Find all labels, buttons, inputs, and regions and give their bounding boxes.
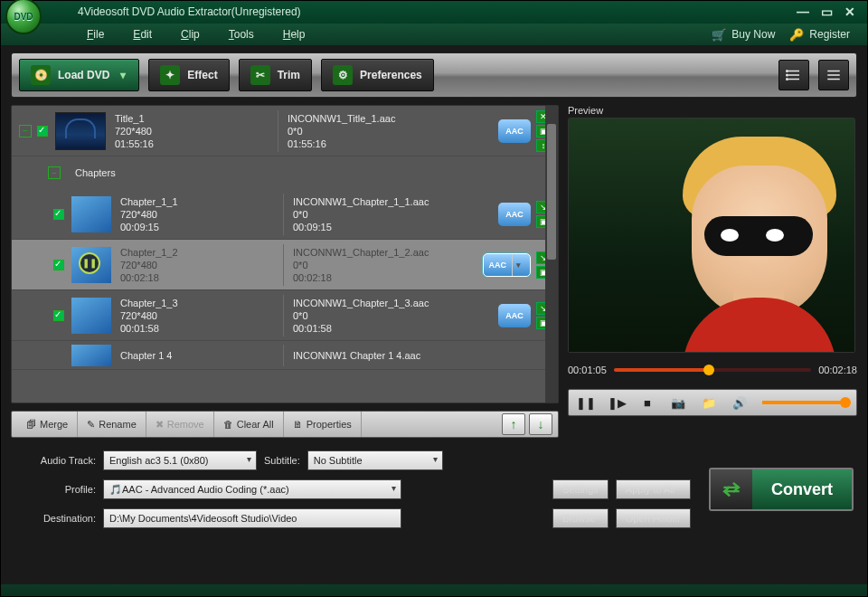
stop-button[interactable]: ■	[636, 393, 659, 412]
film-icon	[71, 298, 111, 334]
convert-button[interactable]: Convert	[709, 468, 854, 511]
profile-select[interactable]: 🎵 AAC - Advanced Audio Coding (*.aac)	[103, 479, 401, 499]
menu-help[interactable]: Help	[283, 28, 306, 41]
step-button[interactable]: ❚▶	[605, 393, 628, 412]
item-checkbox[interactable]	[53, 209, 64, 220]
item-out-res: 0*0	[293, 259, 447, 271]
film-icon: ❚❚	[71, 247, 111, 283]
open-snapshot-folder-button[interactable]: 📁	[697, 393, 721, 412]
title-res: 720*480	[115, 125, 269, 137]
chapters-header: − Chapters	[12, 156, 558, 189]
item-out-dur: 00:02:18	[293, 271, 447, 284]
load-dvd-button[interactable]: 📀 Load DVD ▾	[19, 59, 139, 91]
pause-button[interactable]: ❚❚	[574, 393, 598, 412]
item-format-dropdown[interactable]: AAC▾	[483, 253, 532, 277]
chapters-collapse-icon[interactable]: −	[48, 166, 61, 179]
title-out-name: INCONNW1_Title_1.aac	[288, 112, 441, 125]
cart-icon: 🛒	[712, 28, 726, 42]
register-link[interactable]: 🔑 Register	[789, 28, 850, 42]
effect-label: Effect	[187, 69, 217, 81]
item-out-dur: 00:01:58	[293, 322, 447, 335]
buy-now-link[interactable]: 🛒 Buy Now	[712, 28, 775, 42]
apply-all-button[interactable]: Apply to All	[616, 479, 691, 499]
convert-label: Convert	[771, 480, 833, 499]
item-res: 720*480	[120, 309, 274, 322]
title-thumbnail	[55, 112, 106, 150]
item-out-name: INCONNW1_Chapter_1_2.aac	[293, 246, 447, 259]
item-name: Chapter_1_2	[120, 246, 274, 259]
item-out-res: 0*0	[293, 309, 447, 322]
open-folder-button[interactable]: Open Folder	[616, 508, 691, 528]
pause-icon[interactable]: ❚❚	[79, 252, 100, 274]
menu-tools[interactable]: Tools	[229, 28, 254, 41]
audio-track-label: Audio Track:	[14, 455, 96, 466]
preferences-button[interactable]: ⚙ Preferences	[321, 59, 434, 91]
svg-point-5	[787, 79, 788, 81]
main-toolbar: 📀 Load DVD ▾ ✦ Effect ✂ Trim ⚙ Preferenc…	[11, 52, 857, 98]
effect-icon: ✦	[160, 65, 180, 85]
destination-input[interactable]: D:\My Documents\4Videosoft Studio\Video	[103, 508, 401, 528]
item-checkbox[interactable]	[53, 260, 64, 270]
window-title: 4Videosoft DVD Audio Extractor(Unregiste…	[78, 5, 301, 18]
preview-label: Preview	[568, 105, 857, 116]
browse-button[interactable]: Browse	[552, 508, 609, 528]
subtitle-label: Subtitle:	[264, 455, 300, 466]
list-item[interactable]: Chapter 1 4 INCONNW1 Chapter 1 4.aac	[12, 341, 558, 370]
list-scrollbar[interactable]	[545, 106, 558, 403]
title-bar: 4Videosoft DVD Audio Extractor(Unregiste…	[0, 0, 868, 24]
title-checkbox[interactable]	[37, 126, 48, 137]
remove-button[interactable]: ✖ Remove	[146, 412, 214, 437]
list-item[interactable]: Chapter_1_3 720*480 00:01:58 INCONNW1_Ch…	[12, 290, 558, 341]
menu-clip[interactable]: Clip	[181, 28, 200, 41]
subtitle-select[interactable]: No Subtitle	[307, 450, 443, 470]
title-dur: 01:55:16	[115, 137, 269, 150]
item-format-badge[interactable]: AAC	[498, 304, 531, 327]
clear-all-button[interactable]: 🗑 Clear All	[214, 412, 284, 437]
audio-track-select[interactable]: English ac3 5.1 (0x80)	[103, 450, 257, 470]
dvd-icon: 📀	[31, 65, 51, 85]
film-icon	[71, 345, 111, 366]
item-out-dur: 00:09:15	[293, 221, 447, 233]
menu-edit[interactable]: Edit	[133, 28, 152, 41]
snapshot-button[interactable]: 📷	[666, 393, 690, 412]
gear-icon: ⚙	[333, 65, 353, 85]
title-format-badge[interactable]: AAC	[498, 119, 531, 143]
item-out-name: INCONNW1_Chapter_1_3.aac	[293, 297, 447, 309]
scissors-icon: ✂	[250, 65, 270, 85]
player-controls: ❚❚ ❚▶ ■ 📷 📁 🔊	[568, 389, 857, 416]
close-button[interactable]: ✕	[843, 5, 857, 18]
chevron-down-icon[interactable]: ▾	[512, 254, 524, 276]
move-down-button[interactable]: ↓	[529, 413, 552, 435]
list-actions-bar: 🗐 Merge ✎ Rename ✖ Remove 🗑 Clear All 🗎 …	[11, 411, 559, 438]
settings-button[interactable]: Settings	[552, 479, 609, 499]
title-row[interactable]: − Title_1 720*480 01:55:16 INCONNW1_Titl…	[12, 106, 558, 156]
properties-button[interactable]: 🗎 Properties	[284, 412, 362, 437]
item-dur: 00:02:18	[120, 271, 274, 284]
view-grid-button[interactable]	[818, 60, 849, 90]
merge-button[interactable]: 🗐 Merge	[17, 412, 78, 437]
item-dur: 00:01:58	[120, 322, 274, 335]
maximize-button[interactable]: ▭	[819, 5, 834, 18]
frame-bottom	[0, 584, 868, 597]
item-name: Chapter_1_3	[120, 297, 274, 309]
volume-slider[interactable]	[762, 401, 851, 404]
trim-button[interactable]: ✂ Trim	[239, 59, 312, 91]
effect-button[interactable]: ✦ Effect	[148, 59, 229, 91]
seek-slider[interactable]	[614, 368, 811, 372]
view-list-button[interactable]	[778, 60, 809, 90]
load-dvd-label: Load DVD	[58, 69, 109, 81]
key-icon: 🔑	[789, 28, 804, 42]
minimize-button[interactable]: —	[796, 5, 810, 18]
rename-button[interactable]: ✎ Rename	[78, 412, 146, 437]
item-checkbox[interactable]	[53, 310, 64, 321]
volume-icon[interactable]: 🔊	[728, 393, 751, 412]
convert-icon	[711, 469, 752, 509]
list-item-selected[interactable]: ❚❚ Chapter_1_2 720*480 00:02:18 INCONNW1…	[12, 240, 558, 290]
collapse-icon[interactable]: −	[19, 125, 32, 137]
menu-file[interactable]: File	[87, 28, 104, 41]
destination-label: Destination:	[14, 513, 96, 524]
move-up-button[interactable]: ↑	[502, 413, 525, 435]
list-item[interactable]: Chapter_1_1 720*480 00:09:15 INCONNW1_Ch…	[12, 189, 558, 240]
item-format-badge[interactable]: AAC	[498, 203, 531, 226]
time-total: 00:02:18	[818, 365, 857, 375]
